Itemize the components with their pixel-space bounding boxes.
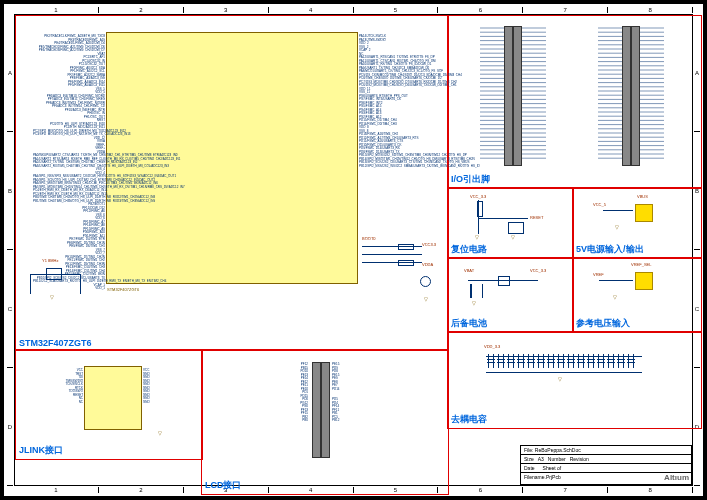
region-vbat-label: 后备电池 [451, 317, 487, 330]
gnd-icon [558, 376, 562, 382]
altium-logo: Altıum [664, 473, 689, 482]
tb-num: Number [548, 456, 566, 462]
region-mcu: PE2/TRACECLK/FSMC_A23/ETH_MII_TXD3PE3/TR… [15, 15, 449, 351]
pwr-connector [635, 204, 653, 222]
gnd-icon [615, 224, 619, 230]
mcu-chip: PE2/TRACECLK/FSMC_A23/ETH_MII_TXD3PE3/TR… [106, 32, 358, 284]
region-jlink-label: JLINK接口 [19, 444, 63, 457]
vref-net: VREF [593, 272, 604, 277]
tb-sheet: Sheet of [543, 465, 562, 471]
reset-switch [508, 222, 524, 234]
diode [498, 276, 510, 286]
gnd-icon [424, 296, 428, 302]
region-pwr5v: VBUS VCC_5 5V电源输入/输出 [572, 187, 702, 259]
vbat-vcc: VCC_3.3 [530, 268, 546, 273]
vref-sel: VREF_SEL [631, 262, 651, 267]
gnd-icon [50, 294, 54, 300]
vbat-net: VBAT [464, 268, 474, 273]
tb-title: File: ReBoPeppa.SchDoc [524, 447, 581, 453]
battery [470, 284, 483, 298]
boot-label: BOOT0 [362, 236, 376, 241]
jlink-connector: VCCTRSTTDITMS/SWDIOTCK/SWCLKRTCKTDO/SWOR… [84, 366, 142, 430]
reset-resistor [477, 201, 483, 217]
region-reset-label: 复位电路 [451, 243, 487, 256]
region-vbat: VBAT VCC_3.3 后备电池 [447, 257, 574, 333]
io-wires [456, 24, 707, 174]
schematic-sheet: 12345678 12345678 ABCD ABCD PE2/TRACECLK… [0, 0, 707, 500]
osc-cluster: Y1 8MHz [22, 254, 92, 314]
vcc-label: VCC_3.3 [470, 194, 486, 199]
ruler-top: 12345678 [14, 7, 693, 13]
gnd-icon [472, 300, 476, 306]
tb-size: A3 [538, 456, 544, 462]
gnd-icon [511, 234, 515, 240]
tb-file: Filename.PrjPcb [524, 474, 561, 480]
gnd-icon [613, 294, 617, 300]
region-jlink: VCCTRSTTDITMS/SWDIOTCK/SWCLKRTCKTDO/SWOR… [15, 349, 203, 460]
region-vref: VREF VREF_SEL 参考电压输入 [572, 257, 702, 333]
jlink-pins-right: VCCGNDGNDGNDGNDGNDGNDGNDGNDGND [143, 369, 183, 404]
region-lcd-label: LCD接口 [205, 479, 242, 492]
boot-cluster: BOOT0 VCC3.3 VDDA [362, 236, 442, 326]
region-mcu-label: STM32F407ZGT6 [19, 338, 92, 348]
mcu-ref: STM32F407ZGT6 [107, 287, 139, 292]
vref-connector [635, 272, 653, 290]
ruler-left: ABCD [7, 14, 13, 486]
gnd-icon [475, 234, 479, 240]
decouple-vcc: VDD_3.3 [484, 344, 500, 349]
vdda-label: VDDA [422, 262, 433, 267]
region-io-label: I/O引出脚 [451, 173, 490, 186]
lcd-wires [258, 362, 378, 462]
vbus-label: VBUS [637, 194, 648, 199]
gnd-icon [158, 430, 162, 436]
region-decouple: VDD_3.3 去耦电容 [447, 331, 702, 429]
region-lcd: PF12PB15PD10PE13PE14PE12PE11PE10PD1PD15P… [201, 349, 449, 495]
vcc5-label: VCC_5 [593, 202, 606, 207]
jlink-pins-left: VCCTRSTTDITMS/SWDIOTCK/SWCLKRTCKTDO/SWOR… [27, 369, 83, 404]
region-decouple-label: 去耦电容 [451, 413, 487, 426]
mcu-pins-left: PE2/TRACECLK/FSMC_A23/ETH_MII_TXD3PE3/TR… [33, 35, 105, 291]
mcu-pins-right: PA14/JTCK-SWCLKPA13/JTMS-SWDIOVDD_2VSS_2… [359, 35, 431, 168]
region-io: I/O引出脚 [447, 15, 702, 189]
region-pwr5v-label: 5V电源输入/输出 [576, 243, 644, 256]
tb-rev: Revision [570, 456, 589, 462]
region-vref-label: 参考电压输入 [576, 317, 630, 330]
reset-net: RESET [530, 215, 543, 220]
region-reset: VCC_3.3 RESET 复位电路 [447, 187, 574, 259]
mcu-bottom-pins [171, 282, 311, 310]
osc-label: Y1 8MHz [42, 258, 58, 263]
